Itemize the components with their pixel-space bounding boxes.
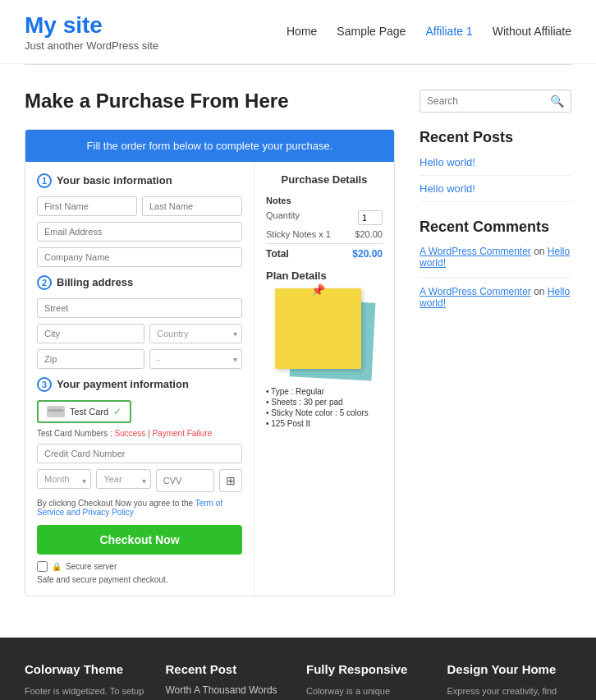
footer-col-2: Fully Responsive Colorway is a unique re… [306,662,431,700]
sticky-front: 📌 [275,288,361,369]
nav-sample-page[interactable]: Sample Page [337,25,406,38]
city-input[interactable] [37,324,144,343]
comment-1: A WordPress Commenter on Hello world! [419,286,571,317]
secure-server-text: Secure server [66,562,117,571]
lock-icon: 🔒 [52,562,62,571]
test-card-text: Test Card Numbers : Success | Payment Fa… [37,429,242,438]
company-input[interactable] [37,247,242,267]
pin-icon: 📌 [311,283,325,297]
quantity-row: Quantity [266,210,383,225]
footer: Colorway Theme Footer is widgetized. To … [0,638,596,700]
email-row [37,222,242,242]
plan-bullet-3: • 125 Post It [266,419,383,428]
total-amount: $20.00 [352,248,383,260]
footer-col-text-3: Express your creativity, find inspiratio… [447,684,572,700]
recent-posts-title: Recent Posts [419,129,571,146]
test-card-prefix: Test Card Numbers : [37,429,114,438]
year-wrapper: Year [96,469,150,492]
site-title[interactable]: My site [25,12,158,39]
question-icon: ⊞ [226,474,236,487]
cc-row [37,444,242,463]
plan-bullets: • Type : Regular • Sheets : 30 per pad •… [266,387,383,428]
quantity-label: Quantity [266,210,300,225]
comment-author-0[interactable]: A WordPress Commenter [419,246,531,257]
site-branding: My site Just another WordPress site [25,12,158,52]
month-select[interactable]: Month [37,469,91,489]
comment-on-1: on [534,286,548,297]
main-navigation: Home Sample Page Affiliate 1 Without Aff… [287,25,571,38]
street-input[interactable] [37,298,242,318]
site-header: My site Just another WordPress site Home… [0,0,596,64]
search-input[interactable] [427,95,550,107]
plan-bullet-1: • Sheets : 30 per pad [266,398,383,407]
secure-checkbox[interactable] [37,561,48,572]
payment-card-button[interactable]: Test Card ✓ [37,400,131,423]
sidebar-post-0[interactable]: Hello world! [419,156,571,176]
zip-row: - [37,349,242,369]
footer-columns: Colorway Theme Footer is widgetized. To … [25,662,571,700]
order-header: Fill the order form below to complete yo… [25,130,394,162]
dash-select[interactable]: - [149,349,242,369]
city-country-row: Country [37,324,242,343]
month-wrapper: Month [37,469,91,492]
checkout-button[interactable]: Checkout Now [37,525,242,555]
test-card-success-link[interactable]: Success [114,429,145,438]
email-input[interactable] [37,222,242,242]
nav-without-affiliate[interactable]: Without Affiliate [493,25,571,38]
footer-recent-link-0[interactable]: Worth A Thousand Words [166,684,291,696]
zip-input[interactable] [37,349,144,369]
content-area: Make a Purchase From Here Fill the order… [25,90,395,596]
recent-comments-title: Recent Comments [419,219,571,236]
sticky-note: 📌 [275,288,374,379]
test-card-failure-link[interactable]: Payment Failure [152,429,212,438]
order-right-panel: Purchase Details Notes Quantity Sticky N… [254,162,394,596]
total-row: Total $20.00 [266,243,383,260]
section2-label: Billing address [57,276,133,288]
comment-on-0: on [534,246,548,257]
footer-col-title-1: Recent Post [166,662,291,676]
name-row [37,196,242,216]
nav-affiliate1[interactable]: Affiliate 1 [425,25,472,38]
footer-col-0: Colorway Theme Footer is widgetized. To … [25,662,149,700]
search-icon[interactable]: 🔍 [550,94,564,108]
cc-input[interactable] [37,444,242,463]
site-tagline: Just another WordPress site [25,39,158,52]
order-body: 1 Your basic information [25,162,394,596]
plan-bullet-0: • Type : Regular [266,387,383,396]
search-box: 🔍 [419,90,571,113]
comment-0: A WordPress Commenter on Hello world! [419,246,571,278]
footer-col-1: Recent Post Worth A Thousand Words Categ… [166,662,291,700]
credit-card-icon [47,406,65,417]
section1-number: 1 [37,173,52,188]
payment-card-label: Test Card [70,407,108,417]
plan-details-title: Plan Details [266,269,383,282]
product-price: $20.00 [355,229,383,239]
section3-number: 3 [37,377,52,392]
secure-text: Safe and secure payment checkout. [37,575,242,584]
sidebar-post-1[interactable]: Hello world! [419,182,571,202]
total-label: Total [266,248,289,260]
secure-row: 🔒 Secure server [37,561,242,572]
footer-col-text-2: Colorway is a unique responsive WordPres… [306,684,431,700]
section1-title: 1 Your basic information [37,173,242,188]
last-name-input[interactable] [142,196,242,216]
comment-author-1[interactable]: A WordPress Commenter [419,286,531,297]
footer-col-text-0: Footer is widgetized. To setup the foote… [25,684,149,700]
year-select[interactable]: Year [96,469,150,489]
check-icon: ✓ [113,406,121,417]
country-wrapper: Country [149,324,242,343]
card-detail-row: Month Year ⊞ [37,469,242,492]
cvv-help-button[interactable]: ⊞ [219,469,242,492]
country-select[interactable]: Country [149,324,242,343]
nav-home[interactable]: Home [287,25,317,38]
section3-title: 3 Your payment information [37,377,242,392]
section2-number: 2 [37,275,52,290]
footer-col-title-0: Colorway Theme [25,662,149,676]
footer-col-3: Design Your Home Express your creativity… [447,662,572,700]
first-name-input[interactable] [37,196,137,216]
section1-label: Your basic information [57,174,172,187]
terms-prefix: By clicking Checkout Now you agree to th… [37,499,195,508]
quantity-input[interactable] [358,210,383,225]
cvv-input[interactable] [156,469,214,492]
footer-dark: Colorway Theme Footer is widgetized. To … [0,638,596,700]
